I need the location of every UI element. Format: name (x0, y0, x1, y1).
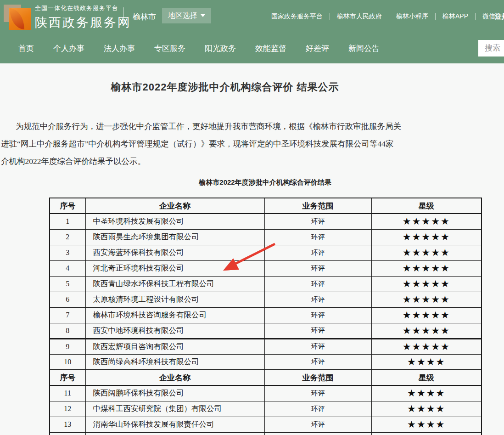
company-name: 陕西雨昊生态环境集团有限公司 (85, 229, 264, 245)
register-link[interactable]: 注册 (495, 12, 504, 21)
nav-item-1[interactable]: 首页 (18, 43, 34, 54)
star-rating: ★★★★★ (371, 292, 482, 307)
row-index: 10 (50, 354, 85, 370)
table-row: 1中圣环境科技发展有限公司环评★★★★★ (50, 214, 482, 229)
table-row: 8西安中地环境科技有限公司环评★★★★★ (50, 323, 482, 339)
star-rating: ★★★★ (371, 354, 482, 370)
business-scope: 环评 (264, 260, 371, 276)
nav-item-3[interactable]: 法人办事 (104, 43, 135, 54)
company-name: 陕西宏辉项目咨询有限公司 (85, 339, 264, 354)
nav-item-5[interactable]: 阳光政务 (205, 43, 236, 54)
search-input[interactable] (478, 40, 504, 56)
company-name: 陕西青山绿水环保科技工程有限公司 (85, 276, 264, 292)
top-link-3[interactable]: 榆林小程序 (389, 12, 435, 21)
table-row: 5陕西青山绿水环保科技工程有限公司环评★★★★★ (50, 276, 482, 292)
company-name: 中圣环境科技发展有限公司 (85, 214, 264, 229)
company-name: 河北奇正环境科技有限公司 (85, 260, 264, 276)
row-index: 4 (50, 260, 85, 276)
star-rating: ★★★★★ (371, 229, 482, 245)
business-scope: 环评 (264, 385, 371, 401)
site-header: 全国一体化在线政务服务平台 陕西政务服务网 榆林市 地区选择 国家政务服务平台榆… (0, 0, 504, 33)
company-name: 榆林市环境科技咨询服务有限公司 (85, 307, 264, 323)
nav-item-2[interactable]: 个人办事 (53, 43, 84, 54)
business-scope: 环评 (264, 307, 371, 323)
business-scope: 环评 (264, 401, 371, 417)
row-index: 13 (50, 417, 85, 432)
table-row: 4河北奇正环境科技有限公司环评★★★★★ (50, 260, 482, 276)
page-title: 榆林市2022年度涉批中介机构综合评价 结果公示 (0, 80, 450, 94)
company-name: 西安中地环境科技有限公司 (85, 323, 264, 339)
nav-item-6[interactable]: 效能监督 (255, 43, 286, 54)
region-select-button[interactable]: 地区选择 (162, 8, 211, 23)
company-name: 中煤科工西安研究院（集团）有限公司 (85, 401, 264, 417)
star-rating (371, 432, 482, 435)
business-scope: 环评 (264, 276, 371, 292)
business-scope: 环评 (264, 292, 371, 307)
star-rating: ★★★★★ (371, 245, 482, 260)
company-name: 陕西尚绿高科环境科技有限公司 (85, 354, 264, 370)
announcement-document: 榆林市2022年度涉批中介机构综合评价 结果公示 为规范中介服务行为，进一步强化… (0, 63, 504, 435)
chevron-down-icon (201, 14, 205, 17)
business-scope: 环评 (264, 417, 371, 432)
star-rating: ★★★★★ (371, 276, 482, 292)
current-city-link[interactable]: 榆林市 (133, 11, 156, 22)
row-index: 1 (50, 214, 85, 229)
table-caption: 榆林市2022年度涉批中介机构综合评价结果 (49, 178, 481, 187)
row-index: 6 (50, 292, 85, 307)
row-index: 8 (50, 323, 85, 339)
table-row: 11陕西阔鹏环保科技有限公司环评★★★★ (50, 385, 482, 401)
nav-item-7[interactable]: 好差评 (306, 43, 329, 54)
top-link-4[interactable]: 榆林APP (436, 12, 475, 21)
row-index: 2 (50, 229, 85, 245)
top-link-2[interactable]: 榆林市人民政府 (330, 12, 389, 21)
row-index: 9 (50, 339, 85, 354)
table-row: 3西安海蓝环保科技有限公司环评★★★★★ (50, 245, 482, 260)
column-header: 序号 (50, 198, 85, 214)
top-link-1[interactable]: 国家政务服务平台 (264, 12, 330, 21)
column-header: 星级 (371, 370, 482, 385)
star-rating: ★★★★★ (371, 307, 482, 323)
row-index: 7 (50, 307, 85, 323)
star-rating: ★★★★★ (371, 339, 482, 354)
table-header-row: 序号企业名称业务范围星级 (50, 370, 482, 385)
row-index: 3 (50, 245, 85, 260)
announcement-paragraph: 为规范中介服务行为，进一步强化中介监管工作，更好地提升我市营商环境，根据《榆林市… (1, 118, 504, 170)
row-index: 11 (50, 385, 85, 401)
brand-divider (123, 7, 123, 24)
nav-item-4[interactable]: 专区服务 (154, 43, 185, 54)
evaluation-results-table: 序号企业名称业务范围星级1中圣环境科技发展有限公司环评★★★★★2陕西雨昊生态环… (49, 198, 482, 435)
main-nav: 首页个人办事法人办事专区服务阳光政务效能监督好差评新闻公告 (0, 33, 504, 63)
table-row (50, 432, 482, 435)
column-header: 业务范围 (264, 198, 371, 214)
row-index: 12 (50, 401, 85, 417)
star-rating: ★★★★★ (371, 260, 482, 276)
business-scope: 环评 (264, 323, 371, 339)
star-rating: ★★★★ (371, 385, 482, 401)
business-scope: 环评 (264, 339, 371, 354)
column-header: 企业名称 (85, 198, 264, 214)
row-index: 5 (50, 276, 85, 292)
table-row: 10陕西尚绿高科环境科技有限公司环评★★★★ (50, 354, 482, 370)
business-scope: 环评 (264, 354, 371, 370)
table-row: 12中煤科工西安研究院（集团）有限公司环评★★★★ (50, 401, 482, 417)
table-row: 9陕西宏辉项目咨询有限公司环评★★★★★ (50, 339, 482, 354)
site-brand: 全国一体化在线政务服务平台 陕西政务服务网 (35, 4, 131, 31)
star-rating: ★★★★★ (371, 214, 482, 229)
top-links: 国家政务服务平台榆林市人民政府榆林小程序榆林APP微信公众号 (264, 0, 504, 33)
nav-item-8[interactable]: 新闻公告 (348, 43, 380, 54)
star-rating: ★★★★ (371, 417, 482, 432)
company-name: 西安海蓝环保科技有限公司 (85, 245, 264, 260)
column-header: 星级 (371, 198, 482, 214)
business-scope: 环评 (264, 245, 371, 260)
company-name (85, 432, 264, 435)
table-row: 6太原核清环境工程设计有限公司环评★★★★★ (50, 292, 482, 307)
star-rating: ★★★★★ (371, 323, 482, 339)
column-header: 业务范围 (264, 370, 371, 385)
column-header: 企业名称 (85, 370, 264, 385)
table-header-row: 序号企业名称业务范围星级 (50, 198, 482, 214)
table-row: 2陕西雨昊生态环境集团有限公司环评★★★★★ (50, 229, 482, 245)
row-index (50, 432, 85, 435)
business-scope (264, 432, 371, 435)
company-name: 渭南华山环保科技发展有限责任公司 (85, 417, 264, 432)
table-row: 13渭南华山环保科技发展有限责任公司环评★★★★ (50, 417, 482, 432)
